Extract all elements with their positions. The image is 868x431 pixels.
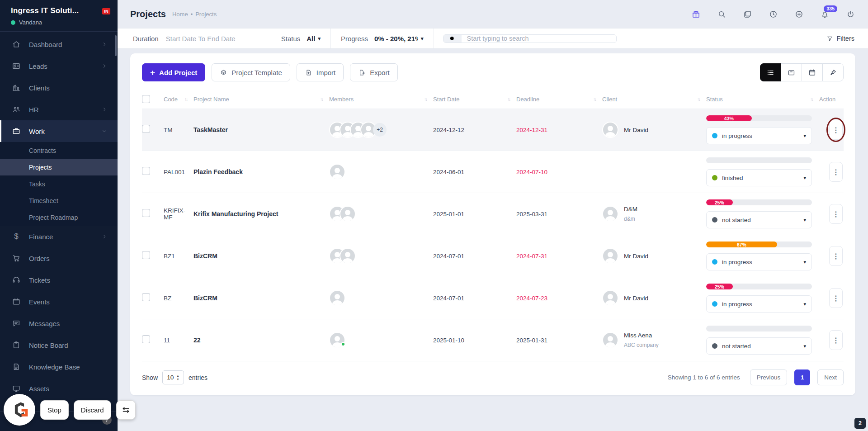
sidebar-item-events[interactable]: Events: [0, 291, 118, 313]
status-dropdown[interactable]: in progress▾: [706, 253, 812, 270]
row-checkbox[interactable]: [142, 251, 150, 259]
row-checkbox[interactable]: [142, 293, 150, 301]
row-actions-button[interactable]: ⋮: [829, 162, 843, 182]
next-page-button[interactable]: Next: [817, 369, 844, 385]
row-checkbox[interactable]: [142, 335, 150, 343]
sidebar-subitem-project-roadmap[interactable]: Project Roadmap: [0, 209, 118, 226]
row-actions-button[interactable]: ⋮: [829, 246, 843, 266]
row-actions-button[interactable]: ⋮: [829, 204, 843, 224]
sort-icon[interactable]: ↑↓: [810, 97, 813, 102]
import-button[interactable]: Import: [297, 63, 344, 81]
status-dropdown[interactable]: in progress▾: [706, 127, 812, 144]
row-checkbox[interactable]: [142, 209, 150, 217]
column-header-members[interactable]: Members↑↓: [329, 96, 433, 103]
history-clock-icon[interactable]: [769, 9, 778, 19]
sort-icon[interactable]: ↑↓: [424, 97, 427, 102]
sort-icon[interactable]: ↑↓: [507, 97, 510, 102]
progress-filter-dropdown[interactable]: 0% - 20%, 21% ▾: [374, 35, 424, 43]
client-avatar[interactable]: [602, 332, 618, 348]
sidebar-scrollbar-thumb[interactable]: [115, 35, 117, 56]
extra-members-count[interactable]: +2: [373, 123, 387, 137]
column-header-code[interactable]: Code↑↓: [164, 96, 193, 103]
recorder-logo[interactable]: [4, 394, 35, 426]
column-header-deadline[interactable]: Deadline↑↓: [516, 96, 602, 103]
client-avatar[interactable]: [602, 290, 618, 306]
column-header-client[interactable]: Client↑↓: [602, 96, 706, 103]
sidebar-subitem-tasks[interactable]: Tasks: [0, 175, 118, 192]
row-actions-button[interactable]: ⋮: [829, 330, 843, 350]
user-row[interactable]: Vandana: [11, 19, 108, 26]
client-avatar[interactable]: [602, 122, 618, 138]
sidebar-subitem-contracts[interactable]: Contracts: [0, 142, 118, 159]
sidebar-item-finance[interactable]: $Finance: [0, 226, 118, 247]
client-avatar[interactable]: [602, 248, 618, 264]
select-all-checkbox[interactable]: [142, 95, 150, 103]
sidebar-item-work[interactable]: Work: [0, 120, 118, 142]
member-avatar[interactable]: [340, 206, 356, 222]
board-view-toggle[interactable]: [781, 63, 802, 81]
column-header-action[interactable]: Action: [819, 96, 844, 103]
client-info: Mr David: [624, 127, 648, 133]
status-filter-dropdown[interactable]: All ▾: [307, 35, 321, 43]
sidebar-item-notice-board[interactable]: Notice Board: [0, 334, 118, 356]
member-avatar[interactable]: [340, 248, 356, 264]
sidebar-item-leads[interactable]: Leads: [0, 55, 118, 77]
member-avatar[interactable]: [329, 164, 345, 180]
calendar-view-toggle[interactable]: [802, 63, 823, 81]
sidebar-item-label: Leads: [29, 62, 47, 70]
sidebar-subitem-projects[interactable]: Projects: [0, 159, 118, 175]
sidebar-item-dashboard[interactable]: Dashboard: [0, 33, 118, 55]
power-icon[interactable]: [846, 9, 855, 19]
status-dropdown[interactable]: in progress▾: [706, 295, 812, 313]
discard-button[interactable]: Discard: [74, 400, 111, 420]
previous-page-button[interactable]: Previous: [750, 369, 788, 385]
sidebar-item-messages[interactable]: Messages: [0, 313, 118, 334]
project-name-link[interactable]: 22: [193, 336, 329, 344]
column-header-project-name[interactable]: Project Name↑↓: [193, 96, 329, 103]
list-view-toggle[interactable]: [760, 63, 781, 81]
project-name-link[interactable]: TaskMaster: [193, 126, 329, 133]
status-dropdown[interactable]: not started▾: [706, 211, 812, 228]
search-input[interactable]: [462, 35, 616, 42]
sidebar-item-knowledge-base[interactable]: Knowledge Base: [0, 356, 118, 378]
row-checkbox[interactable]: [142, 167, 150, 175]
export-button[interactable]: Export: [350, 63, 397, 81]
sort-icon[interactable]: ↑↓: [184, 97, 187, 102]
project-template-button[interactable]: Project Template: [212, 63, 290, 81]
pinned-view-toggle[interactable]: [822, 63, 844, 81]
status-dropdown[interactable]: finished▾: [706, 169, 812, 186]
filters-button[interactable]: Filters: [819, 28, 868, 48]
stop-button[interactable]: Stop: [40, 400, 69, 420]
row-actions-button[interactable]: ⋮: [829, 288, 843, 308]
status-dropdown[interactable]: not started▾: [706, 337, 812, 355]
add-circle-icon[interactable]: [794, 9, 804, 19]
page-1-button[interactable]: 1: [794, 369, 810, 385]
add-project-button[interactable]: + Add Project: [142, 63, 205, 81]
sort-icon[interactable]: ↑↓: [320, 97, 323, 102]
notification-bell-icon[interactable]: 335: [820, 9, 830, 19]
project-name-link[interactable]: BizCRM: [193, 252, 329, 260]
entries-per-page-select[interactable]: 10 ▲▼: [162, 370, 184, 384]
sidebar-item-hr[interactable]: HR: [0, 99, 118, 120]
project-name-link[interactable]: BizCRM: [193, 294, 329, 302]
sidebar-item-orders[interactable]: Orders: [0, 247, 118, 269]
gift-icon[interactable]: [691, 9, 701, 19]
row-actions-button[interactable]: ⋮: [829, 120, 843, 140]
sidebar-subitem-timesheet[interactable]: Timesheet: [0, 192, 118, 209]
project-name-link[interactable]: Plazin Feedback: [193, 168, 329, 175]
breadcrumb-home[interactable]: Home: [172, 11, 188, 18]
project-name-link[interactable]: Krifix Manufacturing Project: [193, 210, 329, 218]
sort-icon[interactable]: ↑↓: [697, 97, 700, 102]
duration-input[interactable]: [166, 35, 261, 43]
client-avatar[interactable]: [602, 206, 618, 222]
sidebar-item-clients[interactable]: Clients: [0, 77, 118, 99]
column-header-status[interactable]: Status↑↓: [706, 96, 819, 103]
member-avatar[interactable]: [329, 290, 345, 306]
sort-icon[interactable]: ↑↓: [593, 97, 596, 102]
column-header-start-date[interactable]: Start Date↑↓: [433, 96, 516, 103]
notes-icon[interactable]: [743, 9, 752, 19]
swap-button[interactable]: [116, 400, 136, 420]
sidebar-item-tickets[interactable]: Tickets: [0, 269, 118, 291]
row-checkbox[interactable]: [142, 125, 150, 133]
search-icon[interactable]: [717, 9, 726, 19]
